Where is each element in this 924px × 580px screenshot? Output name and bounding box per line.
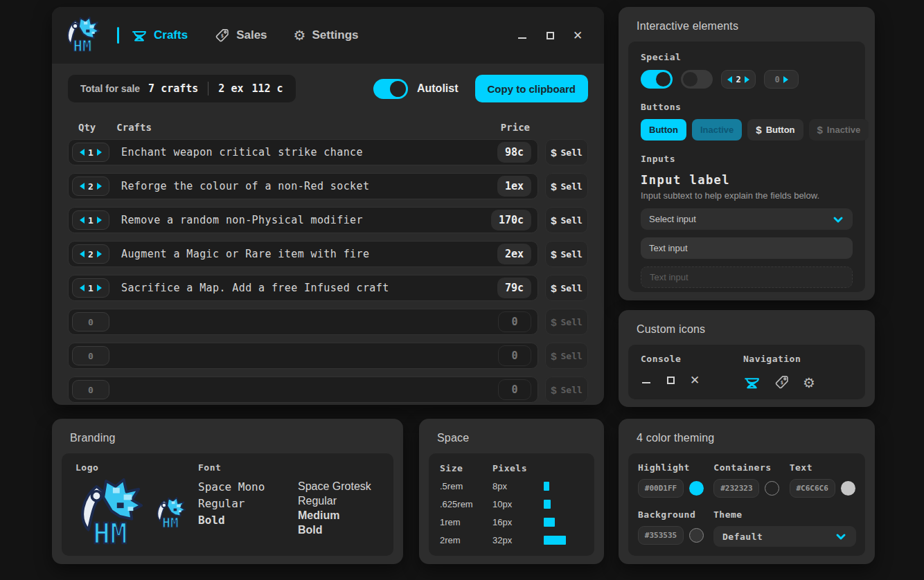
quantity-stepper[interactable]: 1 <box>72 210 109 230</box>
autolist-toggle[interactable] <box>373 79 408 99</box>
inputs-label: Inputs <box>641 154 853 164</box>
stepper-increment-icon[interactable] <box>97 284 102 291</box>
sell-label: Sell <box>561 181 583 192</box>
quantity-stepper[interactable]: 1 <box>72 143 109 162</box>
tab-settings[interactable]: ⚙ Settings <box>294 28 359 42</box>
panel-body: Console ✕ Navigation ⚙ <box>628 345 865 399</box>
craft-row: 0 0 <box>68 309 538 335</box>
price-badge: 170c <box>491 210 531 230</box>
panel-title: 4 color theming <box>619 419 875 453</box>
quantity-stepper[interactable]: 1 <box>72 278 109 298</box>
tab-sales[interactable]: Sales <box>214 28 267 44</box>
demo-stepper-active[interactable]: 2 <box>721 70 756 89</box>
demo-stepper-inactive[interactable]: 0 <box>764 70 799 89</box>
minimize-icon <box>641 374 652 386</box>
tab-bar: Crafts Sales ⚙ Settings <box>117 27 359 44</box>
logo-small <box>154 496 186 531</box>
stepper-increment-icon[interactable] <box>97 183 102 190</box>
size-value: 1rem <box>440 517 492 527</box>
hex-input[interactable]: #00D1FF <box>638 479 684 498</box>
hex-input[interactable]: #C6C6C6 <box>790 479 835 498</box>
sell-button[interactable]: $ Sell <box>545 207 588 233</box>
demo-toggle-on[interactable] <box>641 70 673 89</box>
panel-body: Highlight #00D1FF Containers #232323 Tex… <box>628 453 865 556</box>
hex-input[interactable]: #353535 <box>638 526 684 545</box>
copy-to-clipboard-button[interactable]: Copy to clipboard <box>475 75 589 102</box>
qty-value: 1 <box>88 283 94 293</box>
stepper-decrement-icon[interactable] <box>727 76 732 83</box>
stepper-increment-icon[interactable] <box>97 251 102 257</box>
primary-button-inactive[interactable]: Inactive <box>692 119 742 141</box>
tab-label: Crafts <box>154 28 188 42</box>
color-swatch[interactable] <box>765 481 779 496</box>
craft-row: 0 0 <box>68 377 538 403</box>
stepper-decrement-icon[interactable] <box>80 217 85 224</box>
hex-input[interactable]: #232323 <box>713 479 759 498</box>
stepper-decrement-icon[interactable] <box>80 149 85 156</box>
minimize-button[interactable] <box>517 30 528 41</box>
stepper-increment-icon[interactable] <box>745 76 749 83</box>
sell-button[interactable]: $ Sell <box>545 173 588 199</box>
quantity-stepper[interactable]: 2 <box>72 244 109 264</box>
dollar-icon: $ <box>756 124 761 136</box>
custom-icons-panel: Custom icons Console ✕ Navigation <box>619 310 875 407</box>
table-row-empty: 0 0 $ Sell <box>68 343 588 369</box>
font-column: Font Space Mono Regular Bold Space Grote… <box>194 462 380 547</box>
pixels-value: 32px <box>492 535 544 545</box>
space-table: Size Pixels .5rem 8px .625rem 10px 1rem … <box>440 463 583 545</box>
theme-value: Default <box>722 532 763 542</box>
sell-button-inactive[interactable]: $ Sell <box>545 343 588 369</box>
toggle-knob <box>683 72 698 87</box>
stepper-decrement-icon[interactable] <box>80 284 85 291</box>
select-input[interactable]: Select input <box>641 208 853 230</box>
stepper-increment-icon[interactable] <box>783 76 788 83</box>
quantity-stepper[interactable]: 0 <box>72 346 109 365</box>
quantity-stepper[interactable]: 0 <box>72 312 109 332</box>
dollar-icon: $ <box>817 124 823 136</box>
special-row: 2 0 <box>641 70 853 89</box>
window-controls: ✕ <box>517 30 583 41</box>
sell-button[interactable]: $ Sell <box>545 241 588 267</box>
theme-label: Theme <box>713 509 856 520</box>
tab-crafts[interactable]: Crafts <box>117 27 188 44</box>
anvil-icon <box>131 28 148 43</box>
quantity-stepper[interactable]: 2 <box>72 176 109 196</box>
font-weight: Regular <box>198 496 280 512</box>
secondary-button[interactable]: $ Button <box>747 119 803 141</box>
color-swatch[interactable] <box>689 481 704 496</box>
toggle-knob <box>656 72 670 87</box>
space-bar <box>544 518 555 527</box>
font-weight: Bold <box>198 512 280 529</box>
stepper-decrement-icon[interactable] <box>80 251 85 257</box>
active-tab-marker <box>117 27 119 44</box>
logo-row <box>75 477 194 550</box>
qty-value: 0 <box>88 317 94 327</box>
font-name: Space Mono <box>198 479 280 496</box>
total-crafts-count: 7 crafts <box>148 82 198 95</box>
button-label: Button <box>766 125 795 135</box>
special-label: Special <box>641 52 853 62</box>
color-swatch[interactable] <box>841 481 855 496</box>
close-button[interactable]: ✕ <box>572 30 583 41</box>
primary-button[interactable]: Button <box>641 119 686 141</box>
color-swatch[interactable] <box>689 528 704 543</box>
panel-title: Interactive elements <box>619 7 875 42</box>
text-input[interactable]: Text input <box>641 237 853 259</box>
secondary-button-inactive[interactable]: $ Inactive <box>809 119 869 141</box>
theme-select[interactable]: Default <box>713 526 856 547</box>
quantity-stepper[interactable]: 0 <box>72 380 109 399</box>
demo-toggle-off[interactable] <box>681 70 713 89</box>
stepper-increment-icon[interactable] <box>97 149 102 156</box>
space-bar <box>544 482 549 491</box>
stepper-decrement-icon[interactable] <box>80 183 85 190</box>
sell-button[interactable]: $ Sell <box>545 139 588 165</box>
console-icons-row: ✕ <box>641 374 700 386</box>
sell-button-inactive[interactable]: $ Sell <box>545 309 588 335</box>
maximize-button[interactable] <box>544 30 556 41</box>
stepper-increment-icon[interactable] <box>97 217 102 224</box>
swatch-label: Text <box>790 462 855 473</box>
sell-button[interactable]: $ Sell <box>545 275 588 301</box>
summary-row: Total for sale 7 crafts 2 ex 112 c Autol… <box>68 75 588 102</box>
sell-button-inactive[interactable]: $ Sell <box>545 377 588 403</box>
text-input-disabled[interactable]: Text input <box>641 266 853 288</box>
